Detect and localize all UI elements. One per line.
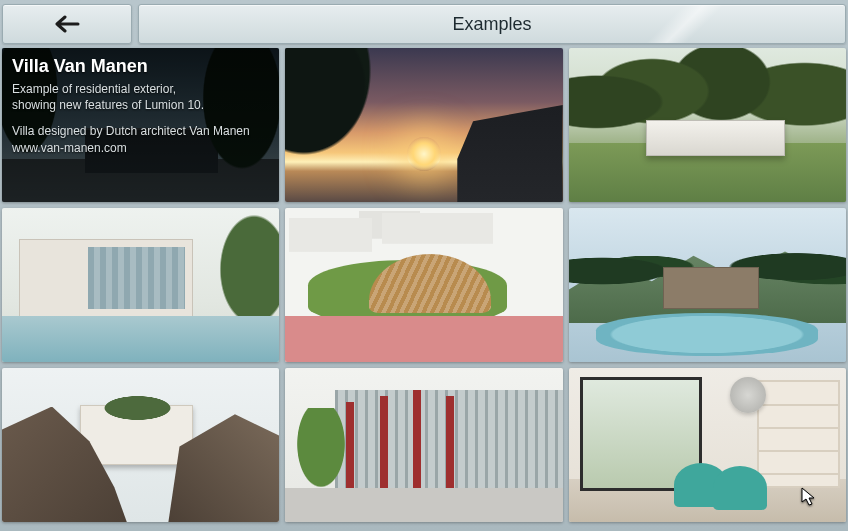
tile-hover-overlay: Villa Van Manen Example of residential e… <box>2 48 279 202</box>
hover-line: showing new features of Lumion 10. <box>12 97 269 113</box>
example-mountain-lodge[interactable] <box>569 208 846 362</box>
examples-browser: Examples Villa Van Manen Example of resi… <box>0 0 848 531</box>
example-modern-pool-house[interactable] <box>2 208 279 362</box>
header: Examples <box>0 0 848 44</box>
example-beach-sunset[interactable] <box>285 48 562 202</box>
hover-line: Example of residential exterior, <box>12 81 269 97</box>
title-bar: Examples <box>138 4 846 44</box>
hover-title: Villa Van Manen <box>12 56 269 77</box>
arrow-left-icon <box>54 15 80 33</box>
example-cliff-villa[interactable] <box>2 368 279 522</box>
example-red-steel-hall[interactable] <box>285 368 562 522</box>
example-interior-living[interactable] <box>569 368 846 522</box>
back-button[interactable] <box>2 4 132 44</box>
example-arched-campus[interactable] <box>285 208 562 362</box>
title-text: Examples <box>452 14 531 35</box>
example-villa-van-manen[interactable]: Villa Van Manen Example of residential e… <box>2 48 279 202</box>
examples-grid: Villa Van Manen Example of residential e… <box>0 44 848 524</box>
hover-line: Villa designed by Dutch architect Van Ma… <box>12 123 269 139</box>
example-forest-pavilion[interactable] <box>569 48 846 202</box>
hover-line: www.van-manen.com <box>12 140 269 156</box>
